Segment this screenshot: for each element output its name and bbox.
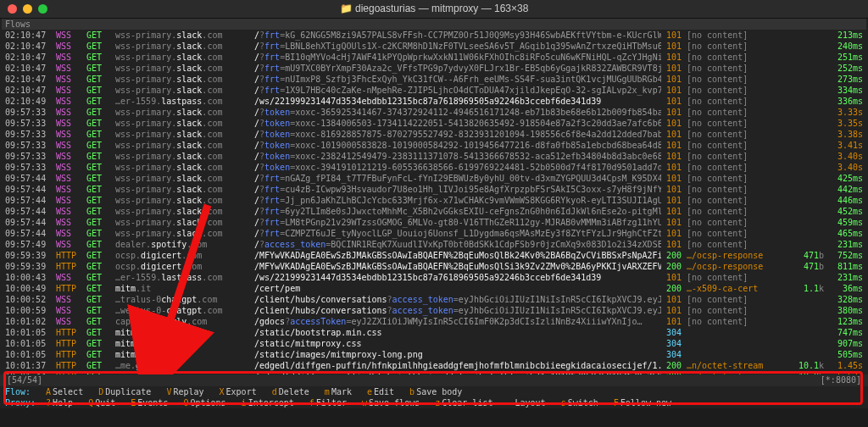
key-item[interactable]: FFollow new <box>614 397 671 408</box>
key-item[interactable]: zClear list <box>435 397 492 408</box>
flow-proto: WSS <box>56 173 86 184</box>
flow-host: wss-primary.slack.com <box>115 206 254 217</box>
flow-duration: 811ms <box>824 261 863 272</box>
key-item[interactable]: ASelect <box>46 386 83 397</box>
flow-duration: 505ms <box>824 349 863 360</box>
flow-duration: 459ms <box>824 217 863 228</box>
flow-row[interactable]: 02:10:47WSSGETwss-primary.slack.com/?frt… <box>2 41 866 52</box>
flow-row[interactable]: 09:57:33WSSGETwss-primary.slack.com/?tok… <box>2 129 866 140</box>
flow-size <box>790 316 824 327</box>
flow-proto: WSS <box>56 316 86 327</box>
status-right: [*:8080] <box>821 374 861 386</box>
flow-duration: 252ms <box>824 63 863 74</box>
flows-header: Flows <box>2 19 866 30</box>
key-item[interactable]: DDuplicate <box>98 386 151 397</box>
flow-duration: 3.33s <box>824 107 863 118</box>
flow-status: 101 <box>661 305 687 316</box>
key-item[interactable]: dDelete <box>272 386 309 397</box>
flow-path: /client/hubs/conversations?access_token=… <box>254 305 661 316</box>
flow-row[interactable]: 10:01:37HTTPGET…me.gvt1.com/edgedl/diffg… <box>2 360 866 371</box>
flow-host: wss-primary.slack.com <box>115 173 254 184</box>
flow-status: 101 <box>661 272 687 283</box>
flow-method: GET <box>86 294 115 305</box>
flow-duration: 747ms <box>824 327 863 338</box>
flow-duration: 334ms <box>824 85 863 96</box>
flow-duration: 1.45s <box>824 360 863 371</box>
flow-row[interactable]: 02:10:47WSSGETwss-primary.slack.com/?frt… <box>2 74 866 85</box>
flow-host: wss-primary.slack.com <box>115 85 254 96</box>
flow-status: 101 <box>661 107 687 118</box>
flow-row[interactable]: 10:00:43WSSGET…er-1559.lastpass.com/ws/2… <box>2 272 866 283</box>
key-item[interactable]: ?Help <box>46 397 73 408</box>
flow-method: GET <box>86 96 115 107</box>
flow-content-type: [no content] <box>687 305 790 316</box>
flow-row[interactable]: 09:57:44WSSGETwss-primary.slack.com/?frt… <box>2 217 866 228</box>
flow-row[interactable]: 02:10:49WSSGET…er-1559.lastpass.com/ws/2… <box>2 96 866 107</box>
flow-row[interactable]: 10:01:05HTTPGETmitm.it/static/images/mit… <box>2 349 866 360</box>
flow-size <box>790 118 824 129</box>
flow-row[interactable]: 02:10:47WSSGETwss-primary.slack.com/?frt… <box>2 63 866 74</box>
flow-row[interactable]: 09:57:44WSSGETwss-primary.slack.com/?frt… <box>2 195 866 206</box>
flow-host: wss-primary.slack.com <box>115 41 254 52</box>
key-item[interactable]: fFilter <box>309 397 347 408</box>
flow-status: 101 <box>661 184 687 195</box>
flow-proto: WSS <box>56 305 86 316</box>
flow-method: GET <box>86 228 115 239</box>
flow-list[interactable]: 02:10:47WSSGETwss-primary.slack.com/?frt… <box>2 30 866 404</box>
flow-row[interactable]: 09:57:33WSSGETwss-primary.slack.com/?tok… <box>2 162 866 173</box>
flow-row[interactable]: 09:57:33WSSGETwss-primary.slack.com/?tok… <box>2 151 866 162</box>
key-item[interactable]: XExport <box>220 386 257 397</box>
key-item[interactable]: mMark <box>325 386 352 397</box>
flow-row[interactable]: 02:10:47WSSGETwss-primary.slack.com/?frt… <box>2 30 866 41</box>
flow-row[interactable]: 10:00:59WSSGET…westus-0-chatgpt.com/clie… <box>2 305 866 316</box>
flow-row[interactable]: 10:01:05HTTPGETmitm.it/static/mitmproxy.… <box>2 338 866 349</box>
flow-content-type: [no content] <box>687 173 790 184</box>
key-item[interactable]: bSave body <box>409 386 462 397</box>
flow-status: 304 <box>661 327 687 338</box>
flow-row[interactable]: 09:57:44WSSGETwss-primary.slack.com/?frt… <box>2 184 866 195</box>
flow-row[interactable]: 09:59:39HTTPGETocsp.digicert.com/MFYwVKA… <box>2 250 866 261</box>
flow-time: 02:10:47 <box>5 52 56 63</box>
flow-content-type: [no content] <box>687 184 790 195</box>
key-row-label: Proxy: <box>5 397 46 408</box>
flow-row[interactable]: 10:01:05HTTPGETmitm.it/static/bootstrap.… <box>2 327 866 338</box>
flow-row[interactable]: 09:57:33WSSGETwss-primary.slack.com/?tok… <box>2 118 866 129</box>
flow-row[interactable]: 09:57:44WSSGETwss-primary.slack.com/?frt… <box>2 173 866 184</box>
flow-host: wss-primary.slack.com <box>115 140 254 151</box>
key-item[interactable]: QQuit <box>88 397 115 408</box>
key-item[interactable]: EEvents <box>131 397 168 408</box>
flow-content-type: [no content] <box>687 63 790 74</box>
key-item[interactable]: wSave flows <box>362 397 420 408</box>
flow-row[interactable]: 09:57:33WSSGETwss-primary.slack.com/?tok… <box>2 140 866 151</box>
flow-row[interactable]: 10:01:02WSSGETcapi.grammarly.com/gdocs?a… <box>2 316 866 327</box>
flow-row[interactable]: 09:57:49WSSGETdealer.spotify.com/?access… <box>2 239 866 250</box>
flow-method: GET <box>86 261 115 272</box>
key-item[interactable]: sSwitch <box>561 397 598 408</box>
flow-proto: WSS <box>56 228 86 239</box>
key-item[interactable]: iIntercept <box>242 397 294 408</box>
flow-row[interactable]: 02:10:47WSSGETwss-primary.slack.com/?frt… <box>2 52 866 63</box>
key-item[interactable]: OOptions <box>183 397 225 408</box>
key-item[interactable]: eEdit <box>367 386 394 397</box>
flow-proto: WSS <box>56 118 86 129</box>
flow-row[interactable]: 02:10:47WSSGETwss-primary.slack.com/?frt… <box>2 85 866 96</box>
flow-method: GET <box>86 184 115 195</box>
flow-row[interactable]: 10:00:52WSSGET…tralus-0chatgpt.com/clien… <box>2 294 866 305</box>
flow-duration: 380ms <box>824 305 863 316</box>
flow-duration: 328ms <box>824 294 863 305</box>
key-item[interactable]: -Layout <box>508 397 545 408</box>
flow-proto: WSS <box>56 151 86 162</box>
flow-row[interactable]: 09:57:33WSSGETwss-primary.slack.com/?tok… <box>2 107 866 118</box>
flow-content-type: …/ocsp-response <box>687 250 790 261</box>
flow-row[interactable]: 09:57:44WSSGETwss-primary.slack.com/?frt… <box>2 206 866 217</box>
flow-row[interactable]: 09:57:44WSSGETwss-primary.slack.com/?frt… <box>2 228 866 239</box>
flow-proto: WSS <box>56 107 86 118</box>
flow-status: 200 <box>661 250 687 261</box>
flow-host: capi.grammarly.com <box>115 316 254 327</box>
flow-path: /?frt=LBNL8ehXTigQOUls1X-c2KCRM8hD1NzF0T… <box>254 41 661 52</box>
flow-row[interactable]: 10:00:49HTTPGETmitm.it/cert/pem200…-x509… <box>2 283 866 294</box>
flow-method: GET <box>86 129 115 140</box>
flow-row[interactable]: 09:59:39HTTPGETocsp.digicert.com/MFYwVKA… <box>2 261 866 272</box>
flow-path: /?token=xoxc-3941910121219-605536638566-… <box>254 162 661 173</box>
key-item[interactable]: VReplay <box>166 386 203 397</box>
